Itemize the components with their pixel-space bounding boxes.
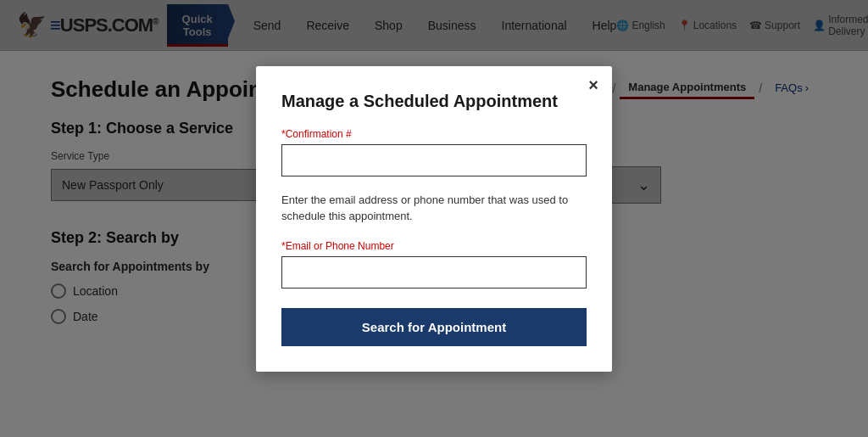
modal-title: Manage a Scheduled Appointment xyxy=(281,92,587,111)
confirmation-input[interactable] xyxy=(281,144,587,176)
search-appointment-button[interactable]: Search for Appointment xyxy=(281,308,587,346)
modal: × Manage a Scheduled Appointment *Confir… xyxy=(256,66,612,350)
modal-close-button[interactable]: × xyxy=(588,76,598,93)
modal-description: Enter the email address or phone number … xyxy=(281,192,587,225)
email-input[interactable] xyxy=(281,256,587,289)
email-label: *Email or Phone Number xyxy=(281,240,587,252)
modal-overlay: × Manage a Scheduled Appointment *Confir… xyxy=(0,0,868,350)
confirmation-label: *Confirmation # xyxy=(281,128,587,140)
